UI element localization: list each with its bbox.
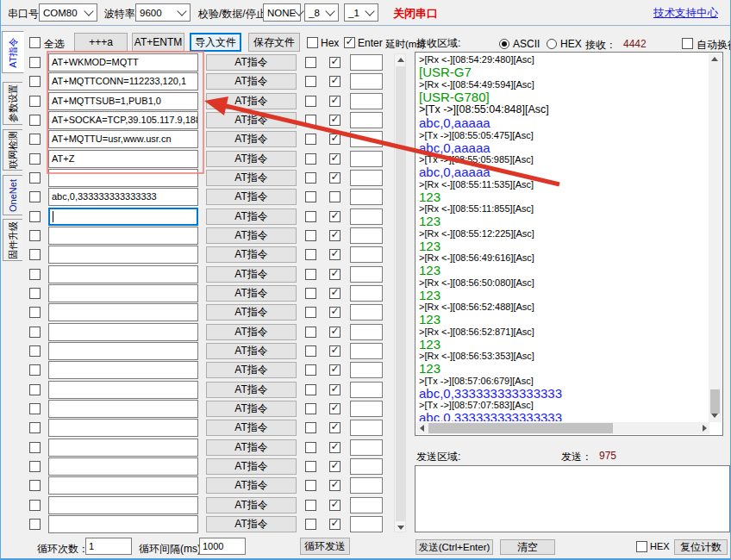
at-send-button[interactable]: AT指令 [206,285,297,302]
row-delay-input[interactable] [350,266,383,283]
command-input[interactable] [48,227,198,245]
port-select[interactable]: COM80 [39,3,97,22]
row-select-checkbox[interactable]: ✓ [29,249,41,260]
row-hex-checkbox[interactable]: ✓ [305,403,316,414]
at-send-button[interactable]: AT指令 [206,362,297,378]
command-input[interactable] [48,208,198,226]
row-hex-checkbox[interactable]: ✓ [305,461,316,472]
at-send-button[interactable]: AT指令 [206,458,297,475]
row-hex-checkbox[interactable]: ✓ [305,96,316,107]
row-delay-input[interactable] [350,246,383,263]
at-send-button[interactable]: AT指令 [206,401,297,417]
at-send-button[interactable]: AT指令 [206,246,297,263]
row-select-checkbox[interactable]: ✓ [29,461,41,472]
row-hex-checkbox[interactable]: ✓ [305,249,316,260]
row-hex-checkbox[interactable]: ✓ [305,500,316,511]
side-tab-3[interactable]: 联网检测 [3,129,22,171]
row-delay-input[interactable] [350,362,383,378]
row-select-checkbox[interactable]: ✓ [29,403,41,414]
row-hex-checkbox[interactable]: ✓ [305,153,316,165]
at-send-button[interactable]: AT指令 [206,439,297,456]
send-hex-checkbox[interactable]: ✓ [636,541,647,552]
row-hex-checkbox[interactable]: ✓ [305,480,316,491]
hex-radio[interactable] [547,39,557,49]
at-send-button[interactable]: AT指令 [206,151,297,167]
command-list-scrollbar[interactable] [394,53,406,532]
side-tab-5[interactable]: 固件升级 [3,219,22,261]
row-select-checkbox[interactable]: ✓ [29,96,41,107]
row-delay-input[interactable] [350,189,383,205]
row-delay-input[interactable] [350,112,383,128]
at-send-button[interactable]: AT指令 [206,516,297,532]
row-select-checkbox[interactable]: ✓ [29,153,41,165]
scroll-left-icon[interactable] [420,425,424,432]
command-input[interactable] [48,323,198,341]
row-select-checkbox[interactable]: ✓ [29,115,41,126]
command-input[interactable] [48,284,198,302]
row-enter-checkbox[interactable]: ✓ [329,191,341,202]
row-enter-checkbox[interactable]: ✓ [329,461,341,472]
row-hex-checkbox[interactable]: ✓ [305,76,316,87]
at-send-button[interactable]: AT指令 [206,189,297,205]
support-center-link[interactable]: 技术支持中心 [653,6,718,21]
row-hex-checkbox[interactable]: ✓ [305,172,316,184]
plus-a-button[interactable]: +++a [74,33,128,52]
row-select-checkbox[interactable]: ✓ [29,76,41,87]
loop-send-button[interactable]: 循环发送 [300,538,350,555]
row-enter-checkbox[interactable]: ✓ [329,269,341,280]
databits-select[interactable]: _8 [304,3,339,22]
scroll-up-icon[interactable] [397,58,404,62]
row-hex-checkbox[interactable]: ✓ [305,384,316,395]
loop-count-input[interactable]: 1 [85,538,132,555]
row-select-checkbox[interactable]: ✓ [29,519,41,530]
row-select-checkbox[interactable]: ✓ [29,327,41,338]
row-hex-checkbox[interactable]: ✓ [305,134,316,145]
row-select-checkbox[interactable]: ✓ [29,345,41,357]
row-select-checkbox[interactable]: ✓ [29,172,41,184]
command-input[interactable] [48,246,198,264]
row-delay-input[interactable] [350,458,383,475]
row-hex-checkbox[interactable]: ✓ [305,345,316,357]
row-select-checkbox[interactable]: ✓ [29,384,41,395]
command-input[interactable] [48,476,198,495]
command-input[interactable]: AT+SOCKA=TCP,39.105.117.9,1883 [48,111,198,129]
receive-log-box[interactable]: >[Rx <-][08:54:29:480][Asc][USR-G7>[Rx <… [415,52,723,436]
row-delay-input[interactable] [350,227,383,244]
row-hex-checkbox[interactable]: ✓ [305,327,316,338]
row-enter-checkbox[interactable]: ✓ [329,500,341,511]
command-input[interactable] [48,419,198,437]
scroll-up-icon[interactable] [711,57,718,61]
row-delay-input[interactable] [350,420,383,436]
row-select-checkbox[interactable]: ✓ [29,134,41,145]
side-tab-2[interactable]: 参数设置 [3,82,22,125]
row-select-checkbox[interactable]: ✓ [29,288,41,299]
row-enter-checkbox[interactable]: ✓ [329,249,341,260]
select-all-checkbox[interactable]: ✓ [29,37,41,48]
row-enter-checkbox[interactable]: ✓ [329,519,341,530]
row-select-checkbox[interactable]: ✓ [29,442,41,453]
import-file-button[interactable]: 导入文件 [190,33,241,52]
row-hex-checkbox[interactable]: ✓ [305,288,316,299]
row-enter-checkbox[interactable]: ✓ [329,422,341,433]
row-delay-input[interactable] [350,151,383,167]
command-input[interactable] [48,169,198,187]
row-delay-input[interactable] [350,285,383,302]
clear-button[interactable]: 清空 [500,539,555,555]
row-hex-checkbox[interactable]: ✓ [305,115,316,126]
at-send-button[interactable]: AT指令 [206,477,297,494]
row-delay-input[interactable] [350,131,383,147]
at-send-button[interactable]: AT指令 [206,343,297,359]
row-hex-checkbox[interactable]: ✓ [305,442,316,453]
row-select-checkbox[interactable]: ✓ [29,364,41,376]
row-hex-checkbox[interactable]: ✓ [305,364,316,376]
row-enter-checkbox[interactable]: ✓ [329,403,341,414]
row-enter-checkbox[interactable]: ✓ [329,384,341,395]
command-input[interactable] [48,515,198,533]
row-delay-input[interactable] [350,73,383,90]
row-select-checkbox[interactable]: ✓ [29,57,41,68]
scroll-down-icon[interactable] [397,526,404,530]
auto-wrap-checkbox[interactable]: ✓ [682,38,693,49]
at-send-button[interactable]: AT指令 [206,420,297,436]
command-input[interactable] [48,439,198,457]
row-select-checkbox[interactable]: ✓ [29,269,41,280]
